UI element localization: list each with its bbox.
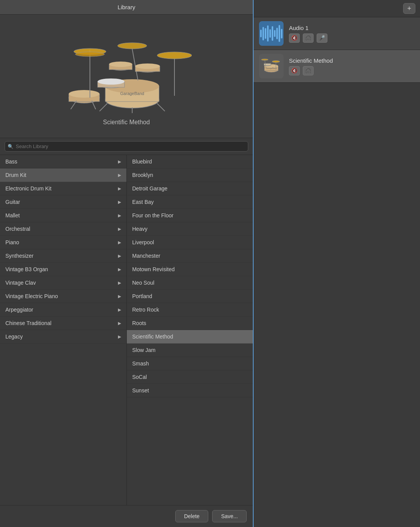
- library-panel: Library GarageBand: [0, 0, 254, 527]
- svg-point-13: [157, 52, 192, 59]
- mute-button-audio1[interactable]: 🔇: [289, 33, 300, 43]
- list-item[interactable]: Vintage Clav ▶: [0, 276, 126, 290]
- list-item[interactable]: Vintage Electric Piano ▶: [0, 290, 126, 303]
- headphones-button-drum1[interactable]: 🎧: [303, 66, 314, 75]
- audio-track-icon: [259, 21, 284, 46]
- svg-point-9: [98, 78, 125, 85]
- drum-kit-small-icon: GarageBand: [259, 54, 284, 78]
- library-title: Library: [118, 4, 135, 10]
- list-item[interactable]: Slow Jam: [127, 344, 253, 357]
- list-item[interactable]: Liverpool: [127, 236, 253, 249]
- track-controls-drum1: 🔇 🎧: [289, 66, 415, 75]
- chevron-right-icon: ▶: [118, 213, 121, 218]
- list-item[interactable]: Heavy: [127, 222, 253, 236]
- list-item[interactable]: SoCal: [127, 370, 253, 384]
- list-item[interactable]: Bluebird: [127, 155, 253, 168]
- svg-point-35: [261, 59, 268, 60]
- chevron-right-icon: ▶: [118, 227, 121, 232]
- list-item[interactable]: Bass ▶: [0, 155, 126, 168]
- list-item[interactable]: Retro Rock: [127, 303, 253, 317]
- delete-button[interactable]: Delete: [175, 510, 208, 522]
- category-list: Bass ▶ Drum Kit ▶ Electronic Drum Kit ▶ …: [0, 155, 127, 505]
- mute-button-drum1[interactable]: 🔇: [289, 66, 300, 75]
- svg-line-26: [71, 101, 76, 109]
- list-item[interactable]: Roots: [127, 317, 253, 330]
- chevron-right-icon: ▶: [118, 173, 121, 178]
- svg-line-24: [157, 103, 165, 111]
- list-item-scientific-method[interactable]: Scientific Method: [127, 330, 253, 344]
- track-info-audio1: Audio 1 🔇 🎧 🎤: [289, 25, 415, 43]
- input-button-audio1[interactable]: 🎤: [317, 33, 327, 43]
- right-panel: + Audio 1 🔇 🎧 🎤: [254, 0, 420, 527]
- save-button[interactable]: Save...: [212, 510, 247, 522]
- svg-point-2: [69, 90, 100, 98]
- list-item[interactable]: Arpeggiator ▶: [0, 303, 126, 317]
- list-item[interactable]: Sunset: [127, 384, 253, 397]
- list-item[interactable]: Piano ▶: [0, 236, 126, 249]
- track-drum1: GarageBand Scientific Method 🔇 🎧: [254, 50, 420, 83]
- list-area: Bass ▶ Drum Kit ▶ Electronic Drum Kit ▶ …: [0, 155, 253, 505]
- search-bar: 🔍: [0, 138, 253, 155]
- list-item[interactable]: Detroit Garage: [127, 182, 253, 195]
- list-item[interactable]: Manchester: [127, 249, 253, 263]
- list-item[interactable]: East Bay: [127, 195, 253, 209]
- list-item[interactable]: Motown Revisited: [127, 263, 253, 276]
- track-name-audio1: Audio 1: [289, 25, 415, 31]
- library-header: Library: [0, 0, 253, 15]
- list-item[interactable]: Four on the Floor: [127, 209, 253, 222]
- chevron-right-icon: ▶: [118, 267, 121, 272]
- chevron-right-icon: ▶: [118, 307, 121, 312]
- list-item[interactable]: Drum Kit ▶: [0, 168, 126, 182]
- list-item[interactable]: Electronic Drum Kit ▶: [0, 182, 126, 195]
- drum-track-icon: GarageBand: [259, 54, 284, 78]
- drum-kit-image: GarageBand: [61, 27, 192, 115]
- list-item[interactable]: Neo Soul: [127, 276, 253, 290]
- chevron-right-icon: ▶: [118, 321, 121, 326]
- svg-text:GarageBand: GarageBand: [266, 67, 277, 69]
- chevron-right-icon: ▶: [118, 240, 121, 245]
- track-info-drum1: Scientific Method 🔇 🎧: [289, 57, 415, 75]
- list-item[interactable]: Legacy ▶: [0, 330, 126, 344]
- list-item[interactable]: Mallet ▶: [0, 209, 126, 222]
- drum-preview-area: GarageBand: [0, 15, 253, 138]
- chevron-right-icon: ▶: [118, 294, 121, 299]
- svg-point-22: [135, 63, 160, 69]
- waveform-icon: [257, 21, 286, 46]
- track-controls-audio1: 🔇 🎧 🎤: [289, 33, 415, 43]
- list-item[interactable]: Orchestral ▶: [0, 222, 126, 236]
- svg-rect-33: [264, 63, 271, 65]
- chevron-right-icon: ▶: [118, 334, 121, 339]
- bottom-bar: Delete Save...: [0, 505, 253, 527]
- list-item[interactable]: Chinese Traditional ▶: [0, 317, 126, 330]
- chevron-right-icon: ▶: [118, 186, 121, 191]
- headphones-button-audio1[interactable]: 🎧: [303, 33, 314, 43]
- svg-point-12: [75, 52, 105, 57]
- drum-kit-name-label: Scientific Method: [103, 119, 150, 126]
- chevron-right-icon: ▶: [118, 200, 121, 205]
- svg-point-15: [118, 43, 147, 49]
- track-audio1: Audio 1 🔇 🎧 🎤: [254, 17, 420, 50]
- drum-kit-list: Bluebird Brooklyn Detroit Garage East Ba…: [127, 155, 253, 505]
- svg-line-16: [132, 49, 138, 80]
- track-name-drum1: Scientific Method: [289, 57, 415, 64]
- search-icon: 🔍: [8, 144, 13, 149]
- chevron-right-icon: ▶: [118, 253, 121, 258]
- svg-point-19: [109, 62, 132, 67]
- svg-text:GarageBand: GarageBand: [120, 91, 144, 96]
- svg-point-34: [272, 61, 280, 63]
- list-item[interactable]: Synthesizer ▶: [0, 249, 126, 263]
- list-item[interactable]: Portland: [127, 290, 253, 303]
- chevron-right-icon: ▶: [118, 280, 121, 285]
- svg-line-23: [100, 103, 107, 111]
- chevron-right-icon: ▶: [118, 159, 121, 164]
- search-input[interactable]: [5, 141, 248, 152]
- add-track-button[interactable]: +: [403, 3, 415, 14]
- list-item[interactable]: Smash: [127, 357, 253, 370]
- list-item[interactable]: Guitar ▶: [0, 195, 126, 209]
- list-item[interactable]: Vintage B3 Organ ▶: [0, 263, 126, 276]
- top-bar: +: [254, 0, 420, 17]
- list-item[interactable]: Brooklyn: [127, 168, 253, 182]
